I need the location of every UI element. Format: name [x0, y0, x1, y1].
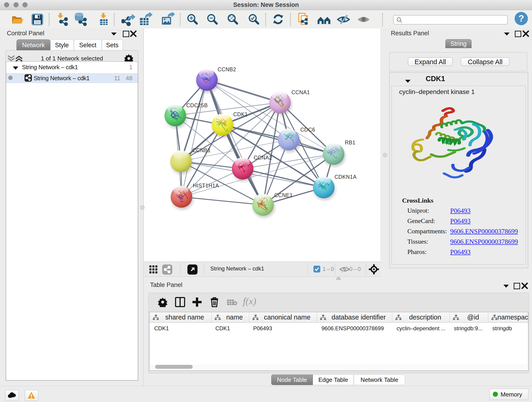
svg-text:?: ?	[519, 13, 524, 23]
svg-text:RB1: RB1	[345, 140, 355, 146]
svg-text:CCNB1: CCNB1	[192, 147, 210, 153]
svg-text:CCNA1: CCNA1	[291, 89, 310, 95]
svg-text:CCNA2: CCNA2	[254, 155, 272, 161]
svg-text:HIST1H1A: HIST1H1A	[193, 183, 219, 189]
svg-text:CCNE1: CCNE1	[274, 192, 293, 198]
svg-text:CDC25B: CDC25B	[186, 102, 208, 108]
svg-text:CCNB2: CCNB2	[218, 66, 236, 72]
svg-text:CDC6: CDC6	[300, 127, 315, 133]
svg-text:CDK1: CDK1	[233, 111, 248, 117]
svg-text:CDKN1A: CDKN1A	[335, 174, 356, 180]
